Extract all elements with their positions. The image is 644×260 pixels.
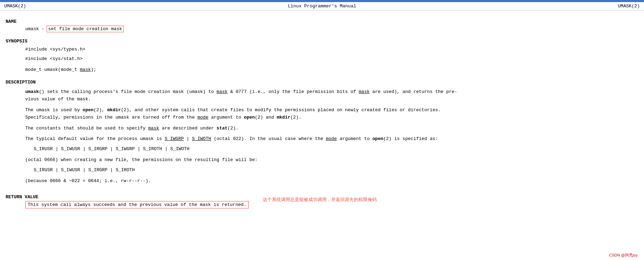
name-line: umask - set file mode creation mask xyxy=(6,26,638,32)
mkdir-bold2: mkdir xyxy=(277,115,290,120)
include1: #include <sys/types.h> xyxy=(6,46,638,53)
desc-para1: umask() sets the calling process's file … xyxy=(6,88,638,103)
mask-ref1: mask xyxy=(217,89,227,94)
desc-para6: (because 0666 & ~022 = 0644; i.e., rw-r-… xyxy=(6,178,638,185)
code2: S_IRUSR | S_IWUSR | S_IRGRP | S_IROTH xyxy=(6,167,638,174)
description-title: DESCRIPTION xyxy=(6,80,638,85)
desc-para3: The constants that should be used to spe… xyxy=(6,125,638,132)
open-bold2: open xyxy=(244,115,255,120)
header-right: UMASK(2) xyxy=(618,4,640,9)
include2: #include <sys/stat.h> xyxy=(6,55,638,63)
mkdir-bold: mkdir xyxy=(107,107,121,113)
name-title: NAME xyxy=(6,19,638,24)
content: NAME umask - set file mode creation mask… xyxy=(0,11,644,215)
umask-bold1: umask xyxy=(25,89,39,94)
name-prefix: umask - xyxy=(25,26,44,32)
desc-para4: The typical default value for the proces… xyxy=(6,135,638,143)
open-bold: open xyxy=(83,107,94,113)
synopsis-title: SYNOPSIS xyxy=(6,39,638,44)
highlighted-description: set file mode creation mask xyxy=(47,26,124,32)
mode-ref2: mode xyxy=(326,136,337,141)
desc-para2: The umask is used by open(2), mkdir(2), … xyxy=(6,107,638,121)
header-row: UMASK(2) Linux Programmer's Manual UMASK… xyxy=(0,2,644,11)
mode-ref1: mode xyxy=(197,115,208,120)
open-bold3: open xyxy=(372,136,383,141)
header-left: UMASK(2) xyxy=(4,4,26,9)
mask-ref2: mask xyxy=(359,89,370,94)
mask-underline: mask xyxy=(80,67,91,72)
header-center: Linux Programmer's Manual xyxy=(288,4,356,9)
desc-para5: (octal 0666) when creating a new file, t… xyxy=(6,156,638,164)
chinese-note: 这个系统调用总是能被成功调用，并返回原先的权限掩码 xyxy=(263,196,377,203)
mask-ref3: mask xyxy=(148,126,159,131)
return-box-text: This system call always succeeds and the… xyxy=(25,201,249,208)
prototype: mode_t umask(mode_t mask); xyxy=(6,66,638,74)
stat-bold: stat xyxy=(217,126,227,131)
return-box-wrapper: This system call always succeeds and the… xyxy=(6,201,249,208)
code1: S_IRUSR | S_IWUSR | S_IRGRP | S_IWGRP | … xyxy=(6,146,638,153)
return-title: RETURN VALUE xyxy=(6,194,249,200)
siwgrp-ref: S_IWGRP xyxy=(165,136,184,141)
return-value-row: RETURN VALUE This system call always suc… xyxy=(6,189,638,208)
return-value-left: RETURN VALUE This system call always suc… xyxy=(6,189,249,208)
siwoth-ref: S_IWOTH xyxy=(192,136,211,141)
